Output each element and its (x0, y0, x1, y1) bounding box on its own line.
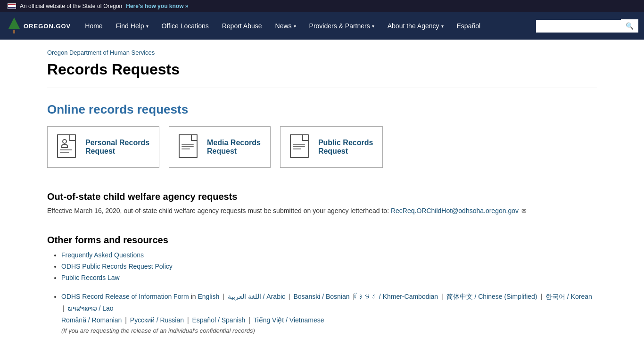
news-caret-icon: ▾ (294, 24, 296, 29)
nav-item-home[interactable]: Home (78, 12, 109, 40)
list-item: ODHS Public Records Request Policy (61, 263, 597, 270)
personal-records-icon (57, 134, 79, 160)
other-forms-section: Other forms and resources Frequently Ask… (47, 235, 597, 334)
breadcrumb-link[interactable]: Oregon Department of Human Services (47, 49, 155, 56)
list-item: ODHS Record Release of Information Form … (61, 291, 597, 334)
main-content: Records Requests Online records requests (0, 61, 644, 362)
lang-vietnamese-link[interactable]: Tiếng Việt / Vietnamese (253, 316, 324, 324)
lang-bosnian-link[interactable]: Bosanski / Bosnian (293, 293, 349, 300)
public-records-icon (290, 134, 312, 160)
public-records-card[interactable]: Public Records Request (280, 126, 383, 168)
main-navbar: OREGON.GOV Home Find Help ▾ Office Locat… (0, 12, 644, 40)
about-caret-icon: ▾ (441, 24, 444, 29)
out-of-state-email-link[interactable]: RecReq.ORChildHot@odhsoha.oregon.gov (391, 207, 519, 214)
media-card-label: Media Records Request (207, 139, 261, 156)
other-forms-title: Other forms and resources (47, 235, 597, 246)
nav-item-providers-partners[interactable]: Providers & Partners ▾ (303, 12, 381, 40)
list-item: Frequently Asked Questions (61, 251, 597, 259)
nav-item-about-agency[interactable]: About the Agency ▾ (381, 12, 450, 40)
lang-arabic-link[interactable]: اللغة العربية / Arabic (228, 293, 285, 300)
records-cards-row: Personal Records Request Media Records R… (47, 126, 597, 168)
release-form-link[interactable]: ODHS Record Release of Information Form (61, 293, 189, 300)
public-card-label: Public Records Request (318, 139, 373, 156)
nav-item-find-help[interactable]: Find Help ▾ (109, 12, 155, 40)
email-icon: ✉ (521, 207, 527, 214)
search-input[interactable] (536, 20, 621, 33)
logo-text: OREGON.GOV (24, 23, 71, 30)
out-of-state-section: Out-of-state child welfare agency reques… (47, 191, 597, 216)
lang-khmer-link[interactable]: ខ្មែរ / Khmer-Cambodian (358, 293, 438, 300)
online-section-title: Online records requests (47, 102, 597, 117)
breadcrumb: Oregon Department of Human Services (0, 40, 644, 61)
how-you-know-link[interactable]: Here's how you know » (126, 3, 188, 9)
nav-item-news[interactable]: News ▾ (269, 12, 303, 40)
lang-romanian-link[interactable]: Română / Romanian (61, 316, 122, 324)
top-banner: An official website of the State of Oreg… (0, 0, 644, 12)
footer-note: (If you are requesting the release of an… (61, 327, 255, 334)
out-of-state-title: Out-of-state child welfare agency reques… (47, 191, 597, 202)
release-form-line: ODHS Record Release of Information Form … (61, 293, 592, 324)
lang-lao-link[interactable]: ພາສາລາວ / Lao (68, 304, 114, 312)
lang-russian-link[interactable]: Русский / Russian (130, 316, 184, 324)
logo-area[interactable]: OREGON.GOV (0, 14, 78, 38)
state-flag-icon (8, 3, 16, 9)
list-item: Public Records Law (61, 274, 597, 281)
official-text: An official website of the State of Oreg… (20, 3, 122, 9)
other-forms-list: Frequently Asked Questions ODHS Public R… (47, 251, 597, 281)
out-of-state-text: Effective March 16, 2020, out-of-state c… (47, 206, 597, 216)
policy-link[interactable]: ODHS Public Records Request Policy (61, 263, 173, 270)
lang-chinese-link[interactable]: 简体中文 / Chinese (Simplified) (446, 293, 537, 300)
media-records-card[interactable]: Media Records Request (169, 126, 271, 168)
divider (47, 88, 597, 88)
find-help-caret-icon: ▾ (146, 24, 149, 29)
nav-search-area: 🔍 (536, 19, 644, 33)
personal-card-label: Personal Records Request (85, 139, 149, 156)
lang-english-link[interactable]: English (198, 293, 219, 300)
providers-caret-icon: ▾ (372, 24, 374, 29)
lang-korean-link[interactable]: 한국어 / Korean (545, 293, 592, 300)
search-button[interactable]: 🔍 (621, 19, 638, 33)
faq-link[interactable]: Frequently Asked Questions (61, 251, 144, 259)
release-form-list: ODHS Record Release of Information Form … (47, 291, 597, 334)
oregon-logo-icon (8, 17, 21, 34)
release-form-intro: in (191, 293, 198, 300)
nav-item-espanol[interactable]: Español (450, 12, 487, 40)
public-records-law-link[interactable]: Public Records Law (61, 274, 120, 281)
media-records-icon (179, 134, 200, 160)
nav-items: Home Find Help ▾ Office Locations Report… (78, 12, 536, 40)
page-title: Records Requests (47, 61, 597, 78)
nav-item-office-locations[interactable]: Office Locations (155, 12, 215, 40)
personal-records-card[interactable]: Personal Records Request (47, 126, 159, 168)
lang-spanish-link[interactable]: Español / Spanish (192, 316, 245, 324)
nav-item-report-abuse[interactable]: Report Abuse (215, 12, 269, 40)
